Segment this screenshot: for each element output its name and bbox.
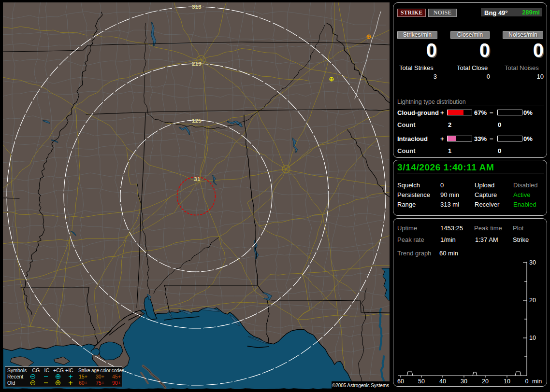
svg-text:40: 40 <box>439 378 446 385</box>
svg-text:10: 10 <box>529 335 536 341</box>
svg-text:10: 10 <box>504 378 510 385</box>
svg-text:20: 20 <box>482 378 489 385</box>
svg-text:min: min <box>532 378 542 385</box>
svg-text:313: 313 <box>192 4 202 10</box>
svg-text:60: 60 <box>397 378 404 385</box>
svg-text:20: 20 <box>529 297 536 304</box>
svg-text:30: 30 <box>461 378 467 385</box>
svg-text:219: 219 <box>192 61 202 67</box>
svg-text:50: 50 <box>418 378 425 385</box>
svg-text:0: 0 <box>525 378 529 385</box>
svg-text:30: 30 <box>529 259 536 266</box>
svg-text:31: 31 <box>194 176 201 182</box>
svg-text:125: 125 <box>192 118 202 124</box>
